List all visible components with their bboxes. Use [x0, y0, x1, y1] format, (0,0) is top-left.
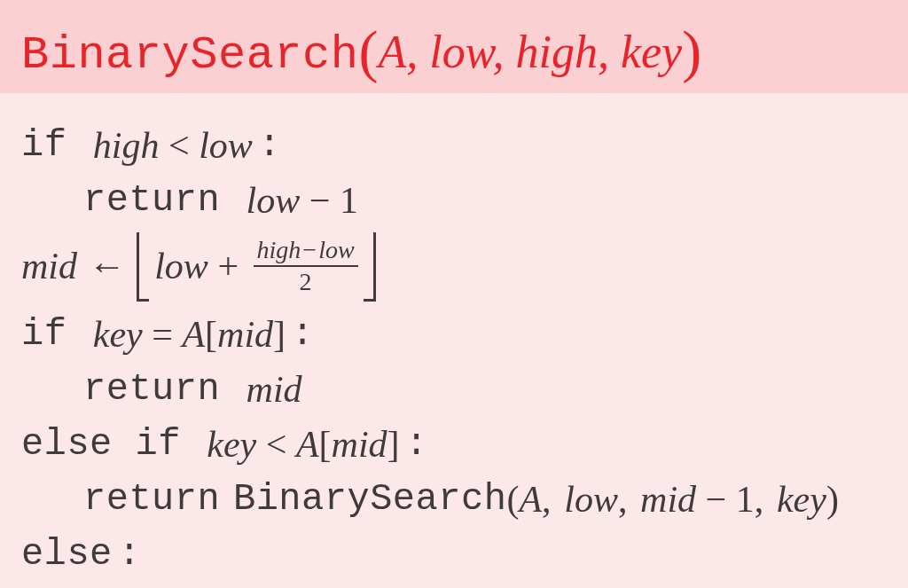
var-low: low	[564, 472, 618, 527]
rparen-icon: )	[682, 19, 701, 83]
rparen: )	[826, 472, 839, 527]
var-mid: mid	[247, 362, 302, 417]
arg-high: high	[516, 27, 598, 77]
rparen: )	[839, 582, 851, 588]
op-lt: <	[159, 118, 199, 173]
rbrack: ]	[387, 417, 400, 472]
colon: :	[113, 527, 141, 582]
var-key: key	[93, 307, 143, 362]
literal-1: 1	[660, 582, 678, 588]
var-A: A	[519, 472, 542, 527]
lbrack: [	[205, 307, 217, 362]
op-lt: <	[256, 417, 296, 472]
line-return-recurse-low: return BinarySearch(A,low,mid−1,key)	[21, 472, 887, 527]
kw-else-if: else if	[21, 417, 181, 472]
op-eq: =	[143, 307, 183, 362]
kw-if: if	[21, 118, 67, 173]
var-low: low	[318, 236, 354, 263]
comma: ,	[755, 472, 764, 527]
comma: ,	[493, 27, 505, 77]
op-minus: −	[301, 236, 318, 263]
lparen-icon: (	[358, 19, 378, 83]
line-if-key-eq: if key = A[mid] :	[21, 307, 887, 362]
kw-else: else	[21, 527, 113, 582]
var-high: high	[257, 236, 301, 263]
literal-2: 2	[296, 269, 316, 294]
colon: :	[286, 307, 314, 362]
var-mid: mid	[564, 582, 620, 588]
colon: :	[253, 118, 281, 173]
algorithm-body: if high < low : return low − 1 mid ← low…	[0, 93, 908, 588]
floor-left-icon	[137, 232, 149, 302]
call-name: BinarySearch	[233, 582, 506, 588]
floor-right-icon	[364, 232, 376, 302]
kw-if: if	[21, 307, 67, 362]
var-high: high	[93, 118, 160, 173]
line-else: else:	[21, 527, 887, 582]
line-return-low-minus-1: return low − 1	[21, 173, 887, 228]
lparen: (	[506, 582, 519, 588]
comma: ,	[542, 582, 552, 588]
call-name: BinarySearch	[233, 472, 506, 527]
var-low: low	[154, 239, 208, 294]
kw-return: return	[83, 173, 220, 228]
line-return-recurse-high: return BinarySearch(A,mid+1,high,key)	[21, 582, 887, 588]
comma: ,	[618, 472, 628, 527]
literal-1: 1	[736, 472, 755, 527]
line-if-high-lt-low: if high < low :	[21, 118, 887, 173]
rbrack: ]	[273, 307, 286, 362]
lbrack: [	[319, 417, 332, 472]
var-A: A	[296, 417, 319, 472]
line-mid-assign: mid ← low + high−low 2	[21, 231, 887, 303]
line-return-mid: return mid	[21, 362, 887, 417]
comma: ,	[542, 472, 552, 527]
comma: ,	[406, 27, 418, 77]
comma: ,	[767, 582, 777, 588]
var-mid: mid	[640, 472, 696, 527]
fraction: high−low 2	[254, 237, 358, 294]
line-elseif: else if key < A[mid] :	[21, 417, 887, 472]
op-minus: −	[300, 173, 340, 228]
func-name: BinarySearch	[21, 29, 358, 82]
var-A: A	[519, 582, 542, 588]
colon: :	[400, 417, 428, 472]
lparen: (	[506, 472, 519, 527]
var-high: high	[701, 582, 767, 588]
kw-return: return	[83, 472, 220, 527]
op-plus: +	[620, 582, 660, 588]
arg-low: low	[429, 27, 492, 77]
kw-return: return	[83, 362, 220, 417]
comma: ,	[678, 582, 688, 588]
var-mid: mid	[217, 307, 273, 362]
var-key: key	[777, 472, 826, 527]
var-key: key	[207, 417, 256, 472]
var-key: key	[789, 582, 839, 588]
arg-key: key	[621, 27, 682, 77]
fraction-bar-icon	[254, 265, 358, 267]
var-mid: mid	[332, 417, 387, 472]
floor-expression: low + high−low 2	[137, 232, 375, 302]
literal-1: 1	[340, 173, 358, 228]
comma: ,	[598, 27, 609, 77]
var-low: low	[199, 118, 253, 173]
op-plus: +	[208, 239, 248, 294]
arg-A: A	[378, 27, 406, 77]
kw-return: return	[83, 582, 220, 588]
algorithm-title: BinarySearch(A, low, high, key)	[0, 0, 908, 93]
var-low: low	[247, 173, 301, 228]
var-mid: mid	[21, 239, 77, 294]
op-minus: −	[696, 472, 736, 527]
var-A: A	[182, 307, 205, 362]
assign-arrow-icon: ←	[77, 239, 137, 294]
